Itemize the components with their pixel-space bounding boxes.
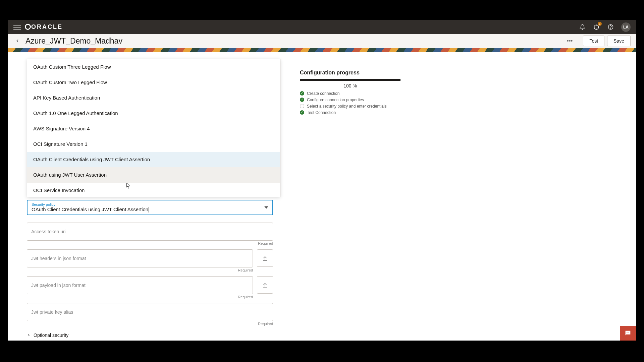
chevron-right-icon (27, 333, 31, 337)
access-token-uri-input[interactable]: Access token uri (27, 223, 273, 241)
brand-text: ORACLE (31, 23, 63, 30)
notifications-icon[interactable] (579, 24, 586, 31)
required-label: Required (27, 268, 253, 272)
dropdown-option[interactable]: OAuth Client Credentials using JWT Clien… (27, 152, 280, 167)
help-icon[interactable] (607, 24, 614, 31)
progress-step-label: Test Connection (307, 110, 336, 115)
avatar[interactable]: LA (621, 22, 631, 32)
optional-security-toggle[interactable]: Optional security (27, 330, 273, 341)
svg-point-4 (628, 332, 628, 333)
top-bar: ORACLE 1 LA (8, 20, 636, 34)
jwt-payload-input[interactable]: Jwt payload in json format (27, 276, 253, 294)
sub-header: Azure_JWT_Demo_Madhav ••• Test Save (8, 34, 636, 48)
progress-bar (300, 79, 400, 81)
brand-logo: ORACLE (25, 23, 63, 31)
check-icon: ✓ (300, 91, 304, 96)
back-button[interactable] (13, 37, 21, 45)
progress-step-label: Create connection (307, 91, 339, 96)
dropdown-option[interactable]: API Key Based Authentication (27, 90, 280, 106)
decorative-stripe (8, 48, 636, 52)
progress-step: ✓Create connection (300, 91, 400, 96)
save-button[interactable]: Save (607, 36, 631, 46)
svg-point-2 (610, 28, 611, 29)
optional-security-label: Optional security (34, 333, 68, 338)
progress-title: Configuration progress (300, 70, 400, 76)
dropdown-option[interactable]: OAuth 1.0 One Legged Authentication (27, 106, 280, 121)
upload-jwt-payload-button[interactable] (257, 276, 273, 294)
progress-step: ✓Configure connection properties (300, 98, 400, 102)
security-policy-value: OAuth Client Credentials using JWT Clien… (32, 206, 260, 213)
progress-percent: 100 % (300, 83, 400, 88)
required-label: Required (27, 241, 273, 245)
jwt-headers-input[interactable]: Jwt headers in json format (27, 249, 253, 267)
menu-icon[interactable] (13, 23, 21, 31)
jwt-private-key-input[interactable]: Jwt private key alias (27, 303, 273, 321)
upload-jwt-headers-button[interactable] (257, 249, 273, 267)
progress-step-label: Configure connection properties (307, 98, 364, 102)
security-policy-select[interactable]: Security policy OAuth Client Credentials… (27, 200, 273, 215)
progress-step-label: Select a security policy and enter crede… (307, 104, 386, 109)
dropdown-option[interactable]: OCI Service Invocation (27, 183, 280, 197)
required-label: Required (27, 295, 253, 299)
dropdown-option[interactable]: OCI Signature Version 1 (27, 136, 280, 152)
svg-point-5 (629, 332, 629, 333)
progress-steps-list: ✓Create connection✓Configure connection … (300, 91, 400, 115)
chevron-down-icon (264, 206, 268, 208)
progress-step: ✓Test Connection (300, 110, 400, 115)
dropdown-option[interactable]: OAuth Custom Three Legged Flow (27, 59, 280, 75)
chat-button[interactable] (620, 326, 636, 341)
check-icon: ✓ (300, 98, 304, 102)
test-button[interactable]: Test (583, 36, 604, 46)
announcements-icon[interactable]: 1 (593, 24, 600, 31)
security-policy-label: Security policy (32, 202, 260, 206)
dropdown-option[interactable]: OAuth Custom Two Legged Flow (27, 75, 280, 90)
circle-icon (300, 104, 304, 108)
check-icon: ✓ (300, 110, 304, 115)
required-label: Required (27, 322, 273, 326)
more-actions-button[interactable]: ••• (565, 36, 575, 46)
page-title: Azure_JWT_Demo_Madhav (25, 37, 122, 46)
dropdown-option[interactable]: AWS Signature Version 4 (27, 121, 280, 136)
svg-point-3 (627, 332, 627, 333)
badge: 1 (598, 22, 602, 26)
security-policy-dropdown-list[interactable]: OAuth Custom Three Legged FlowOAuth Cust… (27, 59, 280, 197)
progress-step: Select a security policy and enter crede… (300, 104, 400, 109)
dropdown-option[interactable]: OAuth using JWT User Assertion (27, 167, 280, 183)
